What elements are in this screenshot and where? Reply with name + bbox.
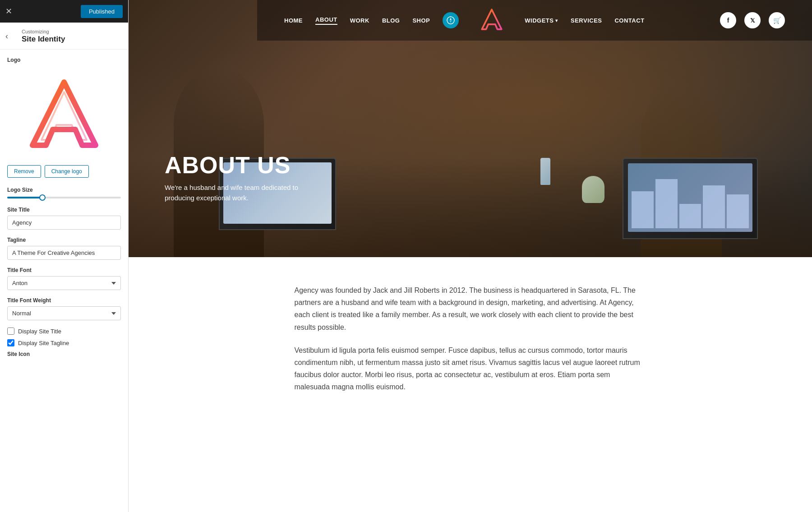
top-bar: ✕ Published (0, 0, 128, 23)
logo-image (28, 73, 100, 154)
nav-contact[interactable]: CONTACT (614, 17, 644, 24)
customizing-label: Customizing (22, 29, 121, 34)
about-paragraph-2: Vestibulum id ligula porta felis euismod… (295, 344, 646, 393)
site-preview-inner: HOME ABOUT WORK BLOG SHOP (129, 0, 812, 512)
logo-size-slider[interactable] (7, 197, 121, 198)
customizing-header: ‹ Customizing Site Identity (0, 23, 128, 50)
site-title-input[interactable] (7, 216, 121, 230)
nav-cart-icon[interactable]: 🛒 (769, 12, 785, 28)
nav-home[interactable]: HOME (284, 17, 303, 24)
hero-subtitle: We're a husband and wife team dedicated … (165, 183, 309, 203)
about-paragraph-1: Agency was founded by Jack and Jill Robe… (295, 284, 646, 333)
published-button[interactable]: Published (81, 5, 123, 18)
site-title-group: Site Title (7, 207, 121, 230)
hero-text: ABOUT US We're a husband and wife team d… (165, 152, 309, 203)
tagline-input[interactable] (7, 246, 121, 260)
title-font-select[interactable]: Anton Roboto Open Sans Lato (7, 276, 121, 290)
nav-work[interactable]: WORK (350, 17, 369, 24)
logo-size-section: Logo Size (7, 187, 121, 198)
logo-section: Logo (7, 57, 121, 178)
about-section: Agency was founded by Jack and Jill Robe… (129, 257, 812, 420)
tagline-label: Tagline (7, 237, 121, 243)
remove-logo-button[interactable]: Remove (7, 165, 41, 178)
panel-body: Logo (0, 50, 128, 512)
nav-about[interactable]: ABOUT (315, 16, 337, 25)
nav-blog[interactable]: BLOG (382, 17, 400, 24)
site-preview: HOME ABOUT WORK BLOG SHOP (129, 0, 812, 512)
site-navigation: HOME ABOUT WORK BLOG SHOP (257, 0, 812, 41)
close-button[interactable]: ✕ (5, 7, 12, 15)
title-font-group: Title Font Anton Roboto Open Sans Lato (7, 267, 121, 290)
nav-links: HOME ABOUT WORK BLOG SHOP (284, 7, 720, 34)
compass-icon[interactable] (443, 12, 459, 28)
display-site-title-group: Display Site Title (7, 327, 121, 335)
display-site-tagline-checkbox[interactable] (7, 339, 14, 346)
title-font-weight-label: Title Font Weight (7, 297, 121, 304)
title-font-weight-select[interactable]: Normal Bold Light Medium (7, 306, 121, 320)
title-font-weight-group: Title Font Weight Normal Bold Light Medi… (7, 297, 121, 320)
back-button[interactable]: ‹ (5, 31, 8, 41)
display-site-title-checkbox[interactable] (7, 327, 14, 335)
hero-section: HOME ABOUT WORK BLOG SHOP (129, 0, 812, 257)
display-site-title-checkbox-label[interactable]: Display Site Title (18, 328, 61, 335)
nav-widgets[interactable]: WIDGETS ▾ (525, 17, 558, 24)
nav-logo (480, 7, 503, 34)
logo-label: Logo (7, 57, 121, 63)
change-logo-button[interactable]: Change logo (45, 165, 89, 178)
nav-facebook-icon[interactable]: f (720, 12, 736, 28)
title-font-label: Title Font (7, 267, 121, 273)
display-site-tagline-group: Display Site Tagline (7, 339, 121, 346)
customizing-title: Site Identity (22, 35, 121, 44)
site-icon-label: Site Icon (7, 351, 121, 357)
nav-right: f 𝕏 🛒 (720, 12, 785, 28)
hero-title: ABOUT US (165, 152, 309, 178)
nav-services[interactable]: SERVICES (571, 17, 602, 24)
svg-marker-2 (450, 18, 452, 20)
logo-buttons: Remove Change logo (7, 165, 121, 178)
logo-size-label: Logo Size (7, 187, 121, 193)
customizer-panel: ✕ Published ‹ Customizing Site Identity … (0, 0, 129, 512)
tagline-group: Tagline (7, 237, 121, 260)
about-text: Agency was founded by Jack and Jill Robe… (295, 284, 646, 393)
logo-preview (23, 69, 105, 159)
site-title-label: Site Title (7, 207, 121, 213)
display-site-tagline-checkbox-label[interactable]: Display Site Tagline (18, 340, 69, 346)
nav-shop[interactable]: SHOP (412, 17, 430, 24)
svg-marker-3 (450, 20, 452, 23)
nav-twitter-icon[interactable]: 𝕏 (744, 12, 761, 28)
site-icon-group: Site Icon (7, 351, 121, 357)
